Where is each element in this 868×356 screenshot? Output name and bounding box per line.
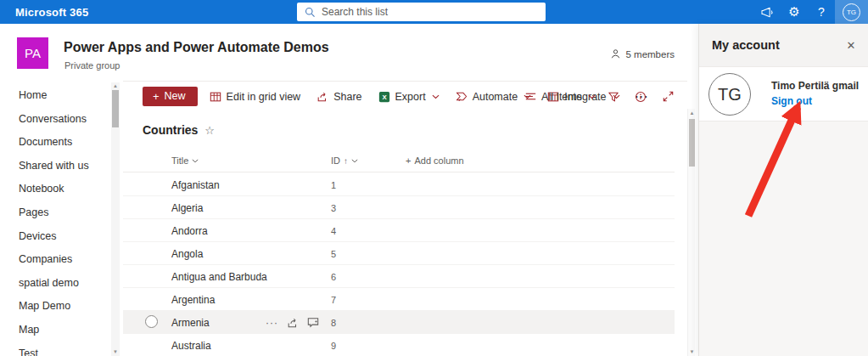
row-id: 6 (331, 272, 336, 282)
grid-icon (210, 91, 221, 103)
chevron-down-icon (351, 159, 358, 163)
sort-ascending-icon: ↑ (344, 156, 348, 166)
members-link[interactable]: 5 members (610, 48, 675, 59)
share-icon (316, 91, 328, 103)
expand-fullscreen-icon[interactable] (658, 88, 677, 106)
scroll-up-icon[interactable]: ▲ (111, 82, 120, 90)
table-row[interactable]: Afganistan 1 (123, 173, 675, 196)
sidebar-item-documents[interactable]: Documents (0, 131, 123, 155)
members-count: 5 members (625, 49, 675, 59)
sidebar-item-companies[interactable]: Companies (0, 248, 123, 272)
sign-out-link[interactable]: Sign out (771, 95, 812, 107)
table-row[interactable]: Argentina 7 (123, 288, 675, 311)
my-account-panel: My account ✕ TG Timo Pertilä gmail Sign … (698, 24, 868, 356)
command-bar: + New Edit in grid view Share X Export (123, 82, 687, 111)
row-hover-actions: ··· (266, 311, 319, 334)
scroll-up-icon[interactable]: ▲ (688, 109, 696, 117)
person-icon (610, 48, 621, 59)
share-button[interactable]: Share (312, 88, 366, 106)
main-scrollbar-thumb[interactable] (689, 119, 695, 167)
column-header-id[interactable]: ID ↑ (331, 155, 358, 166)
account-card: TG Timo Pertilä gmail Sign out (699, 66, 868, 121)
help-icon[interactable]: ? (808, 0, 835, 24)
new-button[interactable]: + New (143, 87, 198, 106)
account-name: Timo Pertilä gmail (771, 80, 859, 92)
site-privacy-label: Private group (64, 60, 120, 71)
column-headers: Title ID ↑ + Add column (123, 152, 675, 172)
scroll-down-icon[interactable]: ▼ (688, 348, 696, 356)
suite-icons: ⚙ ? TG (753, 0, 868, 24)
account-avatar-button[interactable]: TG (835, 0, 868, 24)
chevron-down-icon (192, 159, 199, 163)
favorite-star-icon[interactable]: ☆ (204, 124, 215, 137)
sidebar-item-devices[interactable]: Devices (0, 225, 123, 249)
avatar: TG (843, 3, 860, 21)
app-brand[interactable]: Microsoft 365 (15, 6, 88, 19)
sidebar-item-map[interactable]: Map (0, 319, 123, 342)
row-id: 5 (331, 249, 336, 259)
site-logo[interactable]: PA (17, 37, 48, 69)
row-id: 1 (331, 180, 336, 190)
table-row[interactable]: Algeria 3 (123, 196, 675, 219)
site-title[interactable]: Power Apps and Power Automate Demos (64, 40, 329, 55)
sidebar-scrollbar-thumb[interactable] (112, 90, 119, 127)
svg-text:X: X (382, 93, 387, 101)
excel-icon: X (378, 91, 390, 103)
sidebar-item-notebook[interactable]: Notebook (0, 178, 123, 201)
automate-flow-icon (456, 91, 468, 102)
gear-icon[interactable]: ⚙ (781, 0, 808, 24)
plus-icon: + (153, 92, 160, 101)
filter-icon[interactable] (604, 88, 623, 106)
megaphone-icon[interactable] (753, 0, 781, 24)
row-title: Armenia (171, 317, 210, 329)
row-title: Australia (171, 340, 211, 352)
panel-header: My account ✕ (699, 24, 868, 66)
column-header-title[interactable]: Title (171, 155, 199, 166)
chevron-down-icon (432, 94, 440, 99)
scroll-down-icon[interactable]: ▼ (111, 348, 120, 356)
edit-grid-view-button[interactable]: Edit in grid view (205, 88, 305, 106)
row-title: Algeria (171, 202, 203, 214)
add-column-button[interactable]: + Add column (406, 155, 464, 166)
view-list-icon (525, 92, 536, 101)
row-title: Antigua and Barbuda (171, 271, 267, 283)
main-scrollbar[interactable]: ▲ ▼ (687, 109, 695, 356)
row-title: Andorra (171, 225, 208, 237)
table-row[interactable]: Antigua and Barbuda 6 (123, 265, 675, 288)
row-id: 9 (331, 341, 336, 351)
export-button[interactable]: X Export (374, 88, 444, 106)
site-header: PA Power Apps and Power Automate Demos P… (0, 24, 698, 81)
row-comment-icon[interactable] (307, 317, 319, 328)
sidebar-item-home[interactable]: Home (0, 84, 123, 108)
account-avatar: TG (708, 73, 751, 116)
table-row-hovered[interactable]: Armenia ··· 8 (123, 311, 675, 334)
row-id: 3 (331, 203, 336, 213)
sidebar-item-conversations[interactable]: Conversations (0, 108, 123, 132)
row-more-icon[interactable]: ··· (266, 317, 278, 329)
search-input[interactable] (322, 6, 517, 18)
row-title: Angola (171, 248, 203, 260)
table-row[interactable]: Angola 5 (123, 242, 675, 265)
row-title: Argentina (171, 294, 215, 306)
automate-button[interactable]: Automate (451, 88, 536, 106)
table-row[interactable]: Australia 9 (123, 334, 675, 356)
info-icon[interactable] (631, 88, 650, 106)
sidebar-item-map-demo[interactable]: Map Demo (0, 295, 123, 319)
row-select-radio[interactable] (145, 315, 158, 328)
row-id: 7 (331, 295, 336, 305)
row-title: Afganistan (171, 179, 220, 191)
row-share-icon[interactable] (287, 317, 299, 329)
table-row[interactable]: Andorra 4 (123, 219, 675, 242)
panel-title: My account (712, 38, 780, 52)
view-selector[interactable]: All Items (525, 91, 596, 103)
sidebar-nav: Home Conversations Documents Shared with… (0, 81, 123, 356)
sidebar-item-test[interactable]: Test (0, 342, 123, 356)
sidebar-item-shared-with-us[interactable]: Shared with us (0, 155, 123, 178)
sidebar-item-pages[interactable]: Pages (0, 201, 123, 225)
row-id: 4 (331, 226, 336, 236)
list-title: Countries ☆ (143, 123, 215, 137)
sidebar-item-spatial-demo[interactable]: spatial demo (0, 272, 123, 296)
sidebar-scrollbar[interactable]: ▲ ▼ (111, 82, 120, 356)
close-icon[interactable]: ✕ (843, 37, 860, 54)
search-box[interactable] (297, 3, 546, 21)
